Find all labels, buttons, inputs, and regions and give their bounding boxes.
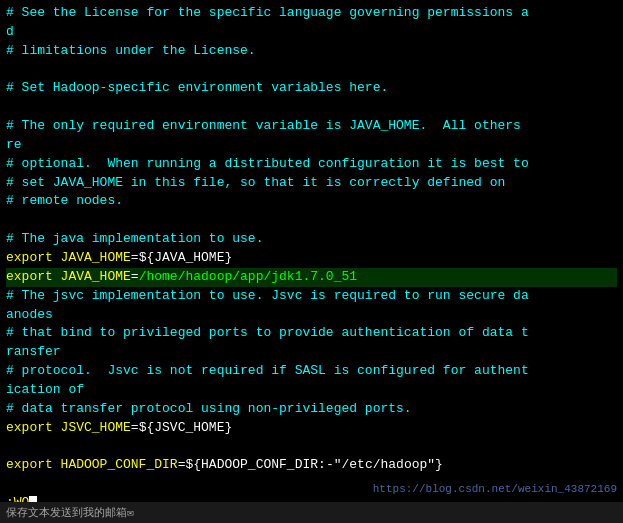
var-jsvc-home: JSVC_HOME (61, 420, 131, 435)
value-jsvc-home: ${JSVC_HOME} (139, 420, 233, 435)
line-18: # that bind to privileged ports to provi… (6, 324, 617, 343)
path-java-home: /home/hadoop/app/jdk1.7.0_51 (139, 269, 357, 284)
equals-3: = (131, 420, 139, 435)
line-3: # limitations under the License. (6, 42, 617, 61)
var-java-home-2: JAVA_HOME (61, 269, 131, 284)
line-8: re (6, 136, 617, 155)
line-14: export JAVA_HOME=${JAVA_HOME} (6, 249, 617, 268)
line-22: # data transfer protocol using non-privi… (6, 400, 617, 419)
export-keyword-4: export (6, 457, 61, 472)
var-java-home-1: JAVA_HOME (61, 250, 131, 265)
line-24 (6, 437, 617, 456)
equals-1: = (131, 250, 139, 265)
line-5: # Set Hadoop-specific environment variab… (6, 79, 617, 98)
line-25: export HADOOP_CONF_DIR=${HADOOP_CONF_DIR… (6, 456, 617, 475)
equals-2: = (131, 269, 139, 284)
terminal: # See the License for the specific langu… (0, 0, 623, 523)
line-6 (6, 98, 617, 117)
line-7: # The only required environment variable… (6, 117, 617, 136)
line-16: # The jsvc implementation to use. Jsvc i… (6, 287, 617, 306)
line-11: # remote nodes. (6, 192, 617, 211)
line-4 (6, 61, 617, 80)
export-keyword-1: export (6, 250, 61, 265)
line-13: # The java implementation to use. (6, 230, 617, 249)
line-10: # set JAVA_HOME in this file, so that it… (6, 174, 617, 193)
line-19: ransfer (6, 343, 617, 362)
var-hadoop-conf: HADOOP_CONF_DIR (61, 457, 178, 472)
bottom-bar: 保存文本发送到我的邮箱✉ (0, 502, 623, 523)
line-23: export JSVC_HOME=${JSVC_HOME} (6, 419, 617, 438)
line-9: # optional. When running a distributed c… (6, 155, 617, 174)
value-java-home-1: ${JAVA_HOME} (139, 250, 233, 265)
line-12 (6, 211, 617, 230)
watermark: https://blog.csdn.net/weixin_43872169 (373, 483, 617, 495)
line-15: export JAVA_HOME=/home/hadoop/app/jdk1.7… (6, 268, 617, 287)
line-21: ication of (6, 381, 617, 400)
line-17: anodes (6, 306, 617, 325)
line-1: # See the License for the specific langu… (6, 4, 617, 23)
value-hadoop-conf: ${HADOOP_CONF_DIR:-"/etc/hadoop"} (185, 457, 442, 472)
line-2: d (6, 23, 617, 42)
line-20: # protocol. Jsvc is not required if SASL… (6, 362, 617, 381)
export-keyword-2: export (6, 269, 61, 284)
export-keyword-3: export (6, 420, 61, 435)
